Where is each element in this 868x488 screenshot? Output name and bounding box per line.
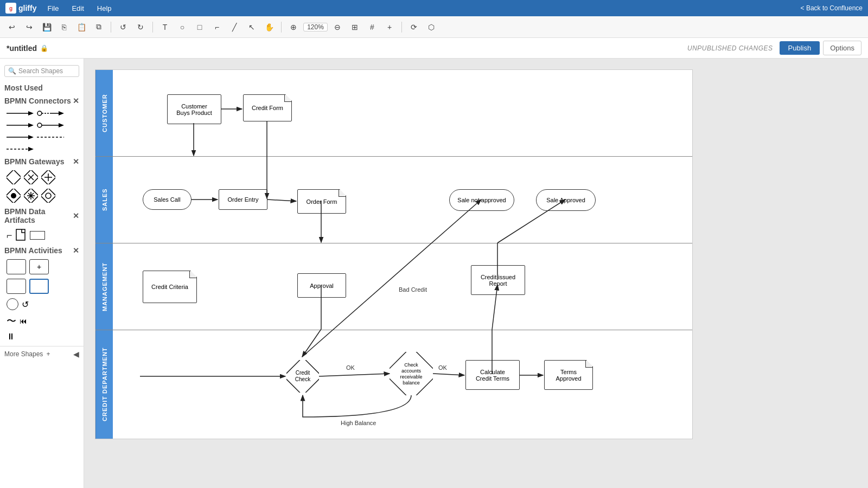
menu-file[interactable]: File xyxy=(45,3,61,14)
connector-dotted-circle-arrow[interactable] xyxy=(37,110,64,117)
logo-text: gliffy xyxy=(18,4,36,12)
lane-customer: CUSTOMER CustomerBuys Product Credit For… xyxy=(95,70,692,157)
shape-terms-approved[interactable]: TermsApproved xyxy=(544,360,593,390)
text-tool[interactable]: T xyxy=(157,20,173,35)
clone-button[interactable]: ⧉ xyxy=(91,20,106,35)
activities-close[interactable]: ✕ xyxy=(73,246,79,255)
connector-solid-arrow2[interactable] xyxy=(7,121,34,129)
svg-text:Credit: Credit xyxy=(296,370,310,376)
diagram-container: CUSTOMER CustomerBuys Product Credit For… xyxy=(95,69,693,439)
toolbar: ↩ ↪ 💾 ⎘ 📋 ⧉ ↺ ↻ T ○ □ ⌐ ╱ ↖ ✋ ⊕ 120% ⊖ ⊞… xyxy=(0,16,868,38)
connector-circle-arrow[interactable] xyxy=(37,121,64,129)
lane-sales: SALES Sales Call Order Entry Order Form xyxy=(95,157,692,243)
lane-management-content: Credit Criteria Approval Credit issuedRe… xyxy=(113,243,692,330)
shape-order-form[interactable]: Order Form xyxy=(297,189,346,214)
svg-marker-5 xyxy=(59,111,64,115)
connector-solid-line[interactable] xyxy=(7,133,34,141)
save-button[interactable]: 💾 xyxy=(39,20,54,35)
connector-solid-arrow[interactable] xyxy=(7,110,34,117)
data-rect-shape[interactable] xyxy=(30,231,45,240)
line-tool[interactable]: ╱ xyxy=(227,20,242,35)
rotate-button[interactable]: ⟳ xyxy=(406,20,422,35)
shape-credit-form[interactable]: Credit Form xyxy=(243,94,292,121)
undo-button[interactable]: ↩ xyxy=(4,20,20,35)
sidebar-collapse-icon[interactable]: ◀ xyxy=(73,350,79,358)
document-shape[interactable] xyxy=(16,229,27,242)
activity-task2[interactable] xyxy=(7,279,26,294)
options-button[interactable]: Options xyxy=(823,41,861,55)
shape-credit-issued-report[interactable]: Credit issuedReport xyxy=(471,265,525,295)
activity-loop[interactable]: ↺ xyxy=(22,299,29,310)
connectors-close[interactable]: ✕ xyxy=(73,97,79,105)
search-box[interactable]: 🔍 Search Shapes xyxy=(4,65,79,77)
section-data-artifacts[interactable]: BPMN Data Artifacts ✕ xyxy=(0,205,84,227)
shape-customer-buys[interactable]: CustomerBuys Product xyxy=(167,94,221,124)
connector-dashed-arrow[interactable] xyxy=(7,145,34,153)
redo2-button[interactable]: ↻ xyxy=(133,20,148,35)
activity-rewind[interactable]: ⏮ xyxy=(20,317,27,325)
shape-check-accounts[interactable]: Check accounts receivable balance xyxy=(390,352,433,395)
connector-row-3 xyxy=(0,131,84,143)
zoom-out-button[interactable]: ⊖ xyxy=(330,20,345,35)
activity-sub-process[interactable]: + xyxy=(29,259,49,274)
more-shapes-bar[interactable]: More Shapes + ◀ xyxy=(0,346,84,362)
lane-customer-content: CustomerBuys Product Credit Form xyxy=(113,70,692,156)
separator-3 xyxy=(281,22,282,33)
activity-selected[interactable] xyxy=(29,279,49,294)
paste-button[interactable]: 📋 xyxy=(74,20,89,35)
section-activities[interactable]: BPMN Activities ✕ xyxy=(0,244,84,257)
copy-button[interactable]: ⎘ xyxy=(56,20,72,35)
gateway-x[interactable] xyxy=(24,170,38,184)
shape-approval[interactable]: Approval xyxy=(297,273,346,298)
plus-tool[interactable]: + xyxy=(382,20,397,35)
redo-button[interactable]: ↪ xyxy=(22,20,37,35)
hand-tool[interactable]: ✋ xyxy=(261,20,277,35)
gateway-asterisk[interactable] xyxy=(24,189,38,203)
activity-event[interactable] xyxy=(7,298,18,310)
menu-edit[interactable]: Edit xyxy=(69,3,86,14)
grid-button[interactable]: # xyxy=(365,20,380,35)
activity-wavy[interactable]: 〜 xyxy=(7,314,16,328)
shape-order-entry[interactable]: Order Entry xyxy=(219,189,267,210)
zoom-in-button[interactable]: ⊕ xyxy=(286,20,301,35)
doc-title[interactable]: *untitled xyxy=(7,44,37,53)
connector-tool[interactable]: ⌐ xyxy=(209,20,225,35)
section-connectors[interactable]: BPMN Connectors ✕ xyxy=(0,94,84,107)
gateway-circle[interactable] xyxy=(41,189,55,203)
activity-task[interactable] xyxy=(7,259,26,274)
activity-pause[interactable]: ⏸ xyxy=(7,332,15,342)
gateway-empty[interactable] xyxy=(7,170,21,184)
menubar: g gliffy File Edit Help < Back to Conflu… xyxy=(0,0,868,16)
activities-label: BPMN Activities xyxy=(4,246,62,255)
shape-credit-criteria[interactable]: Credit Criteria xyxy=(143,271,197,303)
svg-marker-1 xyxy=(28,111,34,115)
pointer-tool[interactable]: ↖ xyxy=(244,20,259,35)
back-to-confluence[interactable]: < Back to Confluence xyxy=(801,4,863,12)
section-gateways[interactable]: BPMN Gateways ✕ xyxy=(0,155,84,168)
shape-calculate-terms[interactable]: CalculateCredit Terms xyxy=(465,360,520,390)
layers-button[interactable]: ⬡ xyxy=(424,20,439,35)
shape-sale-not-approved[interactable]: Sale not approved xyxy=(449,189,514,211)
svg-text:accounts: accounts xyxy=(401,368,422,374)
connector-dashed-line[interactable] xyxy=(37,133,64,141)
fit-button[interactable]: ⊞ xyxy=(347,20,362,35)
canvas[interactable]: CUSTOMER CustomerBuys Product Credit For… xyxy=(84,59,868,488)
data-artifacts-close[interactable]: ✕ xyxy=(73,211,79,220)
shape-credit-check[interactable]: Credit Check xyxy=(286,360,319,393)
svg-marker-10 xyxy=(59,123,64,127)
bracket-shape[interactable]: ⌐ xyxy=(7,230,12,241)
svg-text:receivable: receivable xyxy=(400,374,422,380)
shape-sales-call[interactable]: Sales Call xyxy=(143,189,192,210)
shape-sale-approved[interactable]: Sale Approved xyxy=(536,189,596,211)
undo2-button[interactable]: ↺ xyxy=(116,20,131,35)
sales-arrows xyxy=(113,157,692,243)
circle-tool[interactable]: ○ xyxy=(175,20,190,35)
menu-help[interactable]: Help xyxy=(95,3,114,14)
search-placeholder: Search Shapes xyxy=(18,67,63,75)
lane-customer-label: CUSTOMER xyxy=(95,70,113,156)
rect-tool[interactable]: □ xyxy=(192,20,207,35)
gateways-close[interactable]: ✕ xyxy=(73,157,79,166)
gateway-plus[interactable] xyxy=(41,170,55,184)
publish-button[interactable]: Publish xyxy=(780,41,820,55)
gateway-dot[interactable] xyxy=(7,189,21,203)
